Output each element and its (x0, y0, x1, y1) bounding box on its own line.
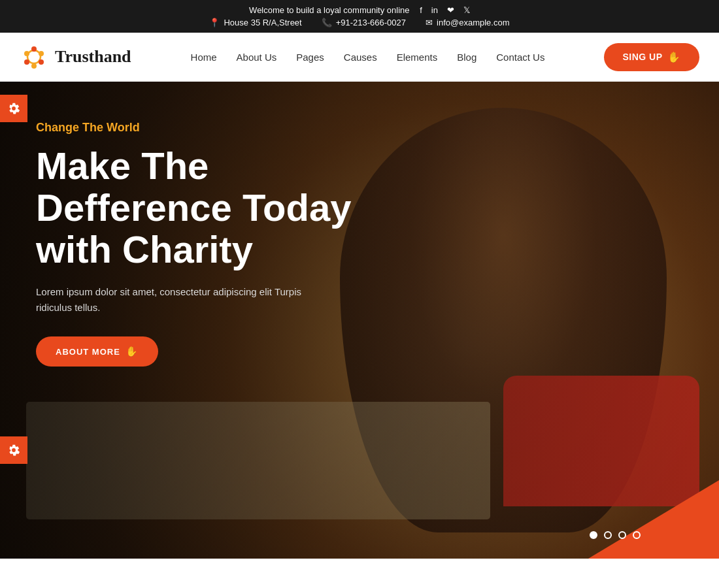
svg-point-5 (24, 59, 29, 65)
svg-point-1 (31, 46, 37, 52)
cta-hand-icon: ✋ (125, 346, 139, 357)
address-text: House 35 R/A,Street (224, 18, 301, 27)
email-item: ✉ info@example.com (426, 18, 509, 27)
gear-button-top[interactable] (0, 95, 27, 122)
nav-elements[interactable]: Elements (397, 52, 438, 63)
facebook-icon[interactable]: f (420, 5, 422, 15)
signup-button[interactable]: SING UP ✋ (604, 43, 699, 71)
hero-description: Lorem ipsum dolor sit amet, consectetur … (36, 284, 310, 316)
nav-home[interactable]: Home (191, 52, 217, 63)
slider-dot-4[interactable] (633, 531, 641, 539)
logo: Trusthand (20, 42, 131, 71)
main-nav: Home About Us Pages Causes Elements Blog… (191, 52, 545, 63)
svg-point-2 (39, 51, 44, 56)
location-icon: 📍 (209, 18, 220, 27)
svg-point-6 (24, 51, 29, 56)
slider-dot-1[interactable] (590, 531, 597, 539)
about-more-button[interactable]: ABOUT MORE ✋ (36, 336, 158, 367)
signup-hand-icon: ✋ (667, 51, 681, 63)
email-icon: ✉ (426, 18, 433, 27)
gear-icon-top (7, 102, 20, 115)
twitter-icon[interactable]: 𝕏 (463, 5, 470, 15)
hero-subtitle: Change The World (36, 121, 360, 135)
navbar: Trusthand Home About Us Pages Causes Ele… (0, 33, 719, 82)
pinterest-icon[interactable]: ❤ (447, 5, 454, 15)
slider-dot-3[interactable] (618, 531, 626, 539)
slider-dots (590, 531, 641, 539)
brand-name: Trusthand (55, 47, 131, 67)
nav-pages[interactable]: Pages (296, 52, 324, 63)
linkedin-icon[interactable]: in (431, 5, 438, 15)
nav-blog[interactable]: Blog (457, 52, 477, 63)
phone-item: 📞 +91-213-666-0027 (322, 18, 406, 27)
red-triangle-decoration (588, 480, 719, 559)
hero-content: Change The World Make The Defference Tod… (36, 121, 360, 367)
gear-button-bottom[interactable] (0, 436, 27, 464)
logo-icon (20, 42, 48, 71)
gear-icon-bottom (7, 444, 20, 457)
nav-causes[interactable]: Causes (344, 52, 377, 63)
phone-text: +91-213-666-0027 (336, 18, 406, 27)
hero-section: Change The World Make The Defference Tod… (0, 82, 719, 559)
address-item: 📍 House 35 R/A,Street (209, 18, 301, 27)
nav-about[interactable]: About Us (237, 52, 277, 63)
nav-contact[interactable]: Contact Us (496, 52, 544, 63)
phone-icon: 📞 (322, 18, 332, 27)
email-text: info@example.com (437, 18, 509, 27)
top-bar: Welcome to build a loyal community onlin… (0, 0, 719, 33)
social-icons: f in ❤ 𝕏 (420, 5, 470, 15)
contact-info: 📍 House 35 R/A,Street 📞 +91-213-666-0027… (13, 18, 706, 27)
hero-title: Make The Defference Today with Charity (36, 145, 360, 270)
svg-point-3 (39, 59, 44, 65)
svg-point-0 (27, 50, 41, 63)
svg-point-4 (31, 63, 37, 69)
top-bar-welcome: Welcome to build a loyal community onlin… (13, 5, 706, 15)
slider-dot-2[interactable] (604, 531, 612, 539)
